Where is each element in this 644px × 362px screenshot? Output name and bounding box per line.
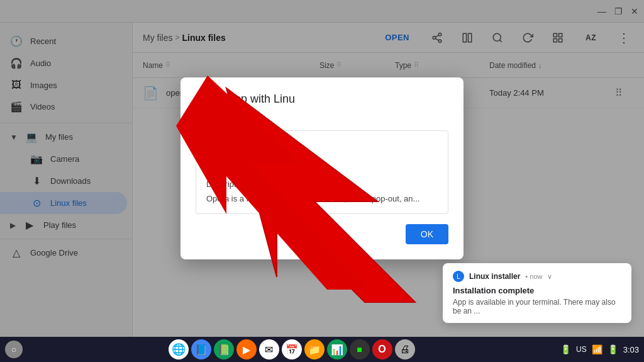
taskbar: ○ 🌐 📘 📗 ▶ ✉ 📅 📁 📊 ■ O 🖨 🔋 US 📶 🔋 3:03 <box>0 337 644 362</box>
taskbar-wifi-icon: 📶 <box>592 344 602 354</box>
taskbar-time: 3:03 <box>623 345 639 354</box>
taskbar-printer[interactable]: 🖨 <box>395 339 415 359</box>
notification-title: Installation complete <box>453 286 621 295</box>
taskbar-sheets[interactable]: 📗 <box>214 339 234 359</box>
taskbar-chrome[interactable]: 🌐 <box>169 339 189 359</box>
taskbar-play[interactable]: ▶ <box>236 339 257 359</box>
modal-description-text: Opera is a fast, secure...-in ad blocker… <box>206 194 438 203</box>
modal-title: Install app with Linu <box>196 93 448 106</box>
notif-time: • now <box>525 273 542 280</box>
taskbar-center: 🌐 📘 📗 ▶ ✉ 📅 📁 📊 ■ O 🖨 <box>25 339 558 359</box>
modal-details-box: Details Application Version: 77... Descr… <box>196 130 448 214</box>
taskbar-terminal[interactable]: ■ <box>350 339 370 359</box>
notification-header: L Linux installer • now ∨ <box>453 271 621 282</box>
taskbar-docs[interactable]: 📘 <box>191 339 211 359</box>
taskbar-us-label: US <box>576 345 587 354</box>
taskbar-gmail[interactable]: ✉ <box>259 339 279 359</box>
taskbar-battery-icon: 🔋 <box>608 344 618 354</box>
notif-dropdown-icon[interactable]: ∨ <box>547 273 552 281</box>
notification-body: App is available in your terminal. There… <box>453 298 621 315</box>
modal-application-label: Application <box>206 156 438 165</box>
taskbar-left: ○ <box>5 341 23 358</box>
notif-app-name: Linux installer <box>469 272 520 281</box>
taskbar-calendar[interactable]: 📅 <box>282 339 302 359</box>
modal-version: Version: 77... <box>206 167 438 177</box>
install-app-modal: Install app with Linu Installation succe… <box>180 77 464 259</box>
notification-panel: L Linux installer • now ∨ Installation c… <box>443 263 631 323</box>
home-button[interactable]: ○ <box>5 341 23 358</box>
taskbar-right: 🔋 US 📶 🔋 3:03 <box>560 344 639 354</box>
taskbar-opera[interactable]: O <box>372 339 392 359</box>
modal-subtitle: Installation succe... <box>196 111 448 120</box>
taskbar-battery-indicator: 🔋 <box>560 344 571 354</box>
taskbar-sheets2[interactable]: 📊 <box>327 339 347 359</box>
modal-actions: OK <box>196 224 448 244</box>
modal-ok-button[interactable]: OK <box>406 224 448 244</box>
modal-details-heading: Details <box>206 141 438 150</box>
linux-installer-icon: L <box>453 271 464 282</box>
modal-description-label: Description: Fo... <box>206 179 438 189</box>
taskbar-files[interactable]: 📁 <box>304 339 325 359</box>
